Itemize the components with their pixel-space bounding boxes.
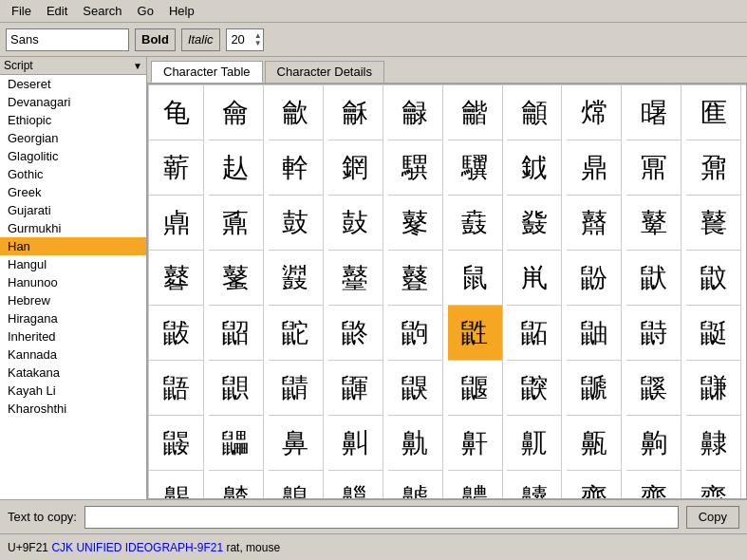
char-cell[interactable]: 龪 bbox=[209, 140, 264, 196]
char-cell[interactable]: 鼜 bbox=[209, 251, 264, 306]
sidebar-item-katakana[interactable]: Katakana bbox=[0, 364, 146, 382]
char-cell[interactable]: 鼥 bbox=[149, 306, 204, 361]
sidebar-item-greek[interactable]: Greek bbox=[0, 183, 146, 201]
char-cell[interactable]: 鼠 bbox=[448, 251, 503, 306]
char-cell[interactable]: 鼫 bbox=[507, 306, 562, 361]
char-cell[interactable]: 齇 bbox=[388, 471, 443, 499]
char-cell[interactable]: 齂 bbox=[686, 416, 741, 471]
char-cell[interactable]: 鼼 bbox=[328, 416, 383, 471]
menu-help[interactable]: Help bbox=[161, 2, 202, 20]
char-cell[interactable]: 龩 bbox=[149, 140, 204, 196]
char-cell[interactable]: 齋 bbox=[626, 471, 682, 499]
char-cell[interactable]: 鼶 bbox=[567, 361, 622, 416]
char-cell[interactable]: 鼗 bbox=[507, 196, 562, 251]
copy-button[interactable]: Copy bbox=[686, 506, 739, 529]
char-cell[interactable]: 鼵 bbox=[507, 361, 562, 416]
char-cell[interactable]: 鼡 bbox=[507, 251, 562, 306]
char-cell[interactable]: 鼓 bbox=[269, 196, 324, 251]
char-cell[interactable]: 鼕 bbox=[388, 196, 443, 251]
sidebar-item-gurmukhi[interactable]: Gurmukhi bbox=[0, 219, 146, 237]
char-cell[interactable]: 鼲 bbox=[328, 361, 383, 416]
char-cell[interactable]: 鼺 bbox=[209, 416, 264, 471]
char-cell[interactable]: 鼿 bbox=[507, 416, 562, 471]
char-cell[interactable]: 鼱 bbox=[269, 361, 324, 416]
char-cell[interactable]: 齆 bbox=[328, 471, 383, 499]
sidebar-item-han[interactable]: Han bbox=[0, 237, 146, 255]
sidebar-item-ethiopic[interactable]: Ethiopic bbox=[0, 111, 146, 129]
char-cell[interactable]: 齊 bbox=[567, 471, 622, 499]
char-cell[interactable]: 鼳 bbox=[388, 361, 443, 416]
tab-char-table[interactable]: Character Table bbox=[151, 61, 263, 83]
sidebar-item-deseret[interactable]: Deseret bbox=[0, 75, 146, 93]
copy-input[interactable] bbox=[84, 506, 679, 529]
char-cell[interactable]: 龥 bbox=[507, 85, 562, 140]
char-cell[interactable]: 龤 bbox=[448, 85, 503, 140]
char-cell[interactable]: 龧 bbox=[626, 85, 682, 140]
char-cell[interactable]: 鼑 bbox=[149, 196, 204, 251]
char-cell[interactable]: 龫 bbox=[269, 140, 324, 196]
char-cell[interactable]: 龢 bbox=[328, 85, 383, 140]
char-cell[interactable]: 鼮 bbox=[686, 306, 741, 361]
char-cell[interactable]: 龟 bbox=[149, 85, 204, 140]
char-cell[interactable]: 鼝 bbox=[269, 251, 324, 306]
menu-go[interactable]: Go bbox=[130, 2, 161, 20]
char-cell[interactable]: 齅 bbox=[269, 471, 324, 499]
char-cell[interactable]: 龦 bbox=[567, 85, 622, 140]
sidebar-item-hiragana[interactable]: Hiragana bbox=[0, 309, 146, 327]
sidebar-item-kannada[interactable]: Kannada bbox=[0, 345, 146, 364]
char-cell[interactable]: 鼢 bbox=[567, 251, 622, 306]
char-cell[interactable]: 鼞 bbox=[328, 251, 383, 306]
char-cell[interactable]: 鼟 bbox=[388, 251, 443, 306]
font-select[interactable]: Sans Serif Monospace bbox=[6, 28, 129, 51]
char-cell[interactable]: 鼭 bbox=[626, 306, 682, 361]
char-cell[interactable]: 龮 bbox=[448, 140, 503, 196]
char-cell[interactable]: 鼎 bbox=[567, 140, 622, 196]
sidebar-item-georgian[interactable]: Georgian bbox=[0, 129, 146, 147]
char-cell[interactable]: 龯 bbox=[507, 140, 562, 196]
char-cell[interactable]: 鼘 bbox=[567, 196, 622, 251]
char-cell[interactable]: 鼧 bbox=[269, 306, 324, 361]
char-cell[interactable]: 鼙 bbox=[626, 196, 682, 251]
size-input[interactable] bbox=[226, 28, 264, 51]
char-cell[interactable]: 鼖 bbox=[448, 196, 503, 251]
char-cell[interactable]: 齈 bbox=[448, 471, 503, 499]
char-cell[interactable]: 鼨 bbox=[328, 306, 383, 361]
char-cell[interactable]: 鼯 bbox=[149, 361, 204, 416]
char-cell[interactable]: 龡 bbox=[269, 85, 324, 140]
char-cell[interactable]: 鼸 bbox=[686, 361, 741, 416]
char-cell[interactable]: 鼤 bbox=[686, 251, 741, 306]
char-cell[interactable]: 鼴 bbox=[448, 361, 503, 416]
char-cell[interactable]: 鼔 bbox=[328, 196, 383, 251]
sidebar-item-kharoshthi[interactable]: Kharoshthi bbox=[0, 400, 146, 418]
sidebar-item-glagolitic[interactable]: Glagolitic bbox=[0, 147, 146, 165]
char-cell[interactable]: 鼾 bbox=[448, 416, 503, 471]
char-cell[interactable]: 鼣 bbox=[626, 251, 682, 306]
char-cell[interactable]: 齁 bbox=[626, 416, 682, 471]
char-cell[interactable]: 鼒 bbox=[209, 196, 264, 251]
char-cell[interactable]: 鼛 bbox=[149, 251, 204, 306]
char-cell[interactable]: 鼩 bbox=[388, 306, 443, 361]
char-cell[interactable]: 鼐 bbox=[686, 140, 741, 196]
sidebar-item-inherited[interactable]: Inherited bbox=[0, 327, 146, 345]
char-cell[interactable]: 鼷 bbox=[626, 361, 682, 416]
sidebar-item-kayah-li[interactable]: Kayah Li bbox=[0, 382, 146, 400]
char-cell[interactable]: 龠 bbox=[209, 85, 264, 140]
char-cell[interactable]: 齉 bbox=[507, 471, 562, 499]
tab-char-details[interactable]: Character Details bbox=[265, 61, 384, 83]
char-cell[interactable]: 龨 bbox=[686, 85, 741, 140]
char-cell[interactable]: 鼻 bbox=[269, 416, 324, 471]
menu-search[interactable]: Search bbox=[75, 2, 129, 20]
sidebar-item-devanagari[interactable]: Devanagari bbox=[0, 93, 146, 111]
char-cell[interactable]: 鼪 bbox=[448, 306, 503, 361]
italic-button[interactable]: Italic bbox=[181, 28, 220, 51]
char-cell[interactable]: 龬 bbox=[328, 140, 383, 196]
char-cell[interactable]: 鼹 bbox=[149, 416, 204, 471]
char-cell[interactable]: 鼦 bbox=[209, 306, 264, 361]
menu-file[interactable]: File bbox=[4, 2, 39, 20]
sidebar-item-gothic[interactable]: Gothic bbox=[0, 165, 146, 183]
sidebar-item-hangul[interactable]: Hangul bbox=[0, 255, 146, 273]
char-cell[interactable]: 齄 bbox=[209, 471, 264, 499]
char-cell[interactable]: 鼬 bbox=[567, 306, 622, 361]
char-cell[interactable]: 龣 bbox=[388, 85, 443, 140]
sidebar-item-hebrew[interactable]: Hebrew bbox=[0, 291, 146, 309]
